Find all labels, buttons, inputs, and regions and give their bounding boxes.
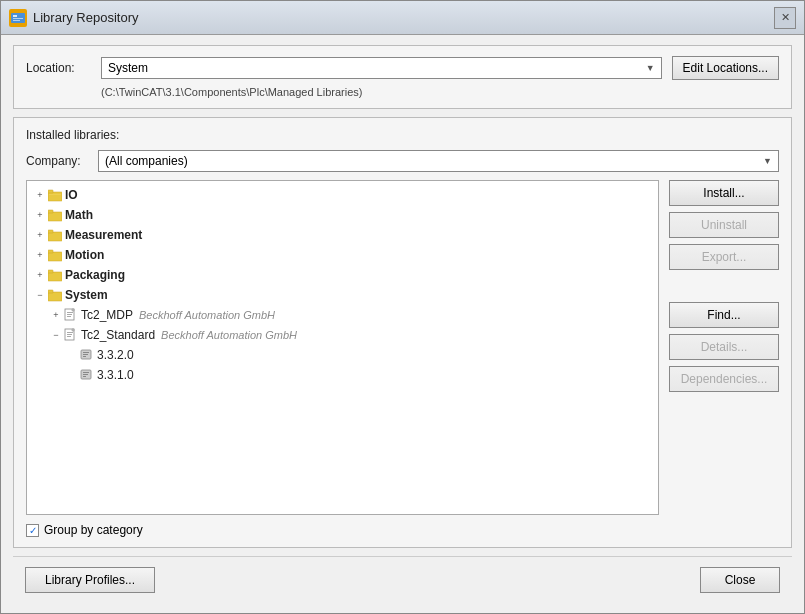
- version-icon-v3320: [79, 348, 95, 362]
- tree-label-motion: Motion: [65, 246, 104, 264]
- expand-icon-motion: +: [33, 248, 47, 262]
- svg-rect-21: [67, 316, 71, 317]
- tree-item-motion[interactable]: + Motion: [31, 245, 654, 265]
- install-button[interactable]: Install...: [669, 180, 779, 206]
- expand-icon-tc2standard: −: [49, 328, 63, 342]
- svg-rect-3: [13, 20, 20, 21]
- details-button[interactable]: Details...: [669, 334, 779, 360]
- expand-icon-v3320: ·: [65, 348, 79, 362]
- tree-item-system[interactable]: − System: [31, 285, 654, 305]
- version-icon-v3310: [79, 368, 95, 382]
- svg-rect-32: [83, 372, 89, 373]
- tree-item-v3320[interactable]: · 3.3.2.0: [31, 345, 654, 365]
- installed-libraries-label: Installed libraries:: [26, 128, 779, 142]
- tree-panel[interactable]: + IO +: [27, 181, 658, 514]
- find-button[interactable]: Find...: [669, 302, 779, 328]
- svg-rect-1: [13, 15, 17, 17]
- location-path: (C:\TwinCAT\3.1\Components\Plc\Managed L…: [26, 86, 779, 98]
- svg-rect-9: [48, 232, 62, 241]
- svg-rect-25: [67, 334, 72, 335]
- location-row: Location: System ▼ Edit Locations...: [26, 56, 779, 80]
- tree-item-tc2mdp[interactable]: + Tc2_MDP Bec: [31, 305, 654, 325]
- svg-rect-19: [67, 312, 73, 313]
- group-by-category-label: Group by category: [44, 523, 143, 537]
- svg-rect-4: [48, 192, 62, 201]
- svg-marker-18: [72, 309, 74, 311]
- svg-rect-7: [48, 212, 62, 221]
- svg-marker-23: [72, 329, 74, 331]
- svg-rect-34: [83, 376, 86, 377]
- svg-rect-33: [83, 374, 88, 375]
- tree-label-tc2standard: Tc2_Standard: [81, 326, 155, 344]
- expand-icon-v3310: ·: [65, 368, 79, 382]
- close-x-button[interactable]: ✕: [774, 7, 796, 29]
- main-section: Installed libraries: Company: (All compa…: [13, 117, 792, 548]
- company-label: Company:: [26, 154, 88, 168]
- svg-rect-12: [48, 250, 53, 253]
- svg-rect-13: [48, 272, 62, 281]
- svg-rect-29: [83, 354, 88, 355]
- svg-rect-26: [67, 336, 71, 337]
- svg-rect-20: [67, 314, 72, 315]
- svg-rect-10: [48, 230, 53, 233]
- company-row: Company: (All companies) ▼: [26, 150, 779, 172]
- library-profiles-button[interactable]: Library Profiles...: [25, 567, 155, 593]
- edit-locations-button[interactable]: Edit Locations...: [672, 56, 779, 80]
- folder-icon-packaging: [47, 268, 63, 282]
- svg-rect-2: [13, 18, 23, 19]
- app-icon: [9, 9, 27, 27]
- footer-section: Library Profiles... Close: [13, 556, 792, 603]
- tree-item-packaging[interactable]: + Packaging: [31, 265, 654, 285]
- tree-item-io[interactable]: + IO: [31, 185, 654, 205]
- company-dropdown[interactable]: (All companies) ▼: [98, 150, 779, 172]
- expand-icon-math: +: [33, 208, 47, 222]
- close-button[interactable]: Close: [700, 567, 780, 593]
- folder-icon-io: [47, 188, 63, 202]
- tree-company-tc2mdp: Beckhoff Automation GmbH: [139, 306, 275, 324]
- svg-rect-5: [48, 190, 53, 193]
- doc-icon-tc2standard: [63, 328, 79, 342]
- tree-label-math: Math: [65, 206, 93, 224]
- tree-label-measurement: Measurement: [65, 226, 142, 244]
- dialog-body: Location: System ▼ Edit Locations... (C:…: [1, 35, 804, 613]
- expand-icon-measurement: +: [33, 228, 47, 242]
- svg-rect-30: [83, 356, 86, 357]
- tree-label-io: IO: [65, 186, 78, 204]
- location-label: Location:: [26, 61, 91, 75]
- location-dropdown-arrow: ▼: [646, 63, 655, 73]
- group-by-category-checkbox[interactable]: [26, 524, 39, 537]
- tree-label-tc2mdp: Tc2_MDP: [81, 306, 133, 324]
- dialog-title: Library Repository: [33, 10, 139, 25]
- content-area: + IO +: [26, 180, 779, 515]
- location-dropdown[interactable]: System ▼: [101, 57, 662, 79]
- uninstall-button[interactable]: Uninstall: [669, 212, 779, 238]
- tree-item-tc2standard[interactable]: − Tc2_Standard: [31, 325, 654, 345]
- tree-container: + IO +: [26, 180, 659, 515]
- svg-rect-24: [67, 332, 73, 333]
- svg-rect-6: [49, 194, 61, 195]
- company-value: (All companies): [105, 154, 188, 168]
- group-by-category-area: Group by category: [26, 523, 779, 537]
- expand-icon-tc2mdp: +: [49, 308, 63, 322]
- svg-rect-8: [48, 210, 53, 213]
- expand-icon-packaging: +: [33, 268, 47, 282]
- company-dropdown-arrow: ▼: [763, 156, 772, 166]
- dependencies-button[interactable]: Dependencies...: [669, 366, 779, 392]
- tree-label-system: System: [65, 286, 108, 304]
- tree-label-v3320: 3.3.2.0: [97, 346, 134, 364]
- export-button[interactable]: Export...: [669, 244, 779, 270]
- expand-icon-io: +: [33, 188, 47, 202]
- folder-icon-measurement: [47, 228, 63, 242]
- title-bar-left: Library Repository: [9, 9, 139, 27]
- button-spacer-1: [669, 276, 779, 296]
- folder-icon-math: [47, 208, 63, 222]
- folder-icon-motion: [47, 248, 63, 262]
- tree-label-packaging: Packaging: [65, 266, 125, 284]
- location-value: System: [108, 61, 148, 75]
- tree-item-v3310[interactable]: · 3.3.1.0: [31, 365, 654, 385]
- svg-rect-11: [48, 252, 62, 261]
- title-bar: Library Repository ✕: [1, 1, 804, 35]
- doc-icon-tc2mdp: [63, 308, 79, 322]
- tree-item-math[interactable]: + Math: [31, 205, 654, 225]
- tree-item-measurement[interactable]: + Measurement: [31, 225, 654, 245]
